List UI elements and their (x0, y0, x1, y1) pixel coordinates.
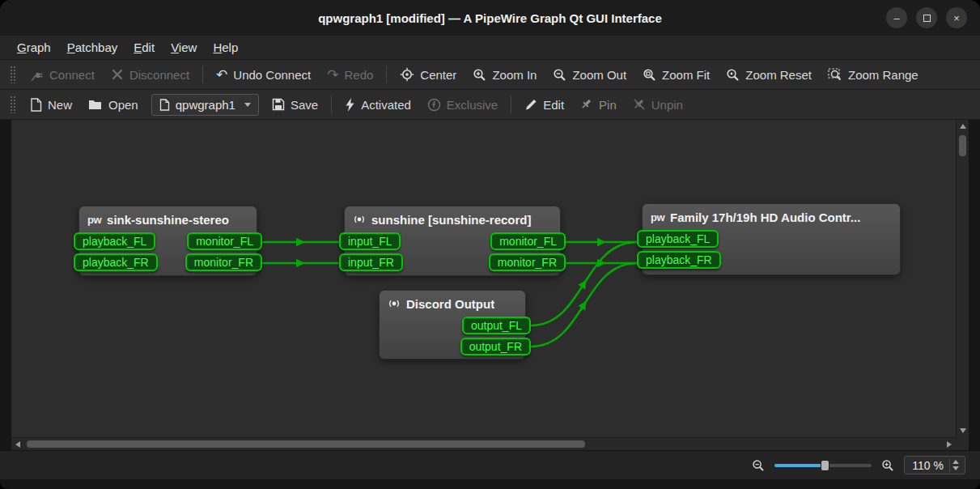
zoom-out-button[interactable]: Zoom Out (545, 64, 634, 86)
activated-toggle[interactable]: Activated (337, 94, 419, 116)
connection-arrow-icon (597, 238, 606, 246)
zoom-fit-button[interactable]: Zoom Fit (634, 64, 718, 86)
zoom-reset-button[interactable]: Zoom Reset (718, 64, 820, 86)
horizontal-scrollbar[interactable] (11, 437, 956, 450)
port-playback-fr[interactable]: playback_FR (74, 253, 158, 271)
port-monitor-fl[interactable]: monitor_FL (187, 232, 262, 250)
port-output-fr[interactable]: output_FR (460, 338, 531, 355)
spinbox-arrows (949, 458, 961, 472)
zoom-reset-icon (726, 68, 740, 82)
port-output-fl[interactable]: output_FL (462, 317, 531, 334)
zoom-in-button[interactable]: Zoom In (465, 64, 545, 86)
node-header[interactable]: pw Family 17h/19h HD Audio Contr... (643, 204, 900, 230)
edit-patchbay-button[interactable]: Edit (516, 94, 572, 116)
maximize-icon (923, 15, 931, 22)
save-icon (272, 98, 285, 111)
minimize-button[interactable]: – (886, 7, 907, 28)
node-title: Family 17h/19h HD Audio Contr... (670, 210, 860, 224)
zoom-slider-fill (774, 464, 825, 467)
zoom-in-small-icon[interactable] (881, 459, 894, 472)
close-button[interactable]: × (946, 7, 967, 28)
open-patchbay-button[interactable]: Open (80, 94, 146, 116)
save-patchbay-button[interactable]: Save (264, 94, 326, 116)
zoom-percent-spinbox[interactable]: 110 % (904, 456, 965, 474)
unpin-icon (633, 98, 646, 111)
pin-label: Pin (599, 98, 617, 112)
exclusive-label: Exclusive (447, 98, 498, 112)
toolbar-separator (331, 96, 332, 113)
record-icon (388, 297, 401, 310)
pin-button[interactable]: Pin (572, 94, 625, 116)
unpin-button[interactable]: Unpin (625, 94, 691, 116)
titlebar[interactable]: qpwgraph1 [modified] — A PipeWire Graph … (0, 0, 980, 36)
port-monitor-fr[interactable]: monitor_FR (489, 253, 566, 271)
activated-label: Activated (361, 98, 411, 112)
redo-icon: ↷ (327, 69, 338, 80)
toolbar-separator (386, 66, 387, 83)
toolbar-separator (511, 96, 511, 113)
node-family-hd-audio-controller[interactable]: pw Family 17h/19h HD Audio Contr... play… (642, 203, 901, 275)
connection-arrow-icon (578, 278, 590, 290)
node-discord-output[interactable]: Discord Output output_FL output_FR (379, 290, 526, 359)
port-playback-fl[interactable]: playback_FL (74, 232, 155, 250)
spin-up-icon[interactable] (952, 460, 959, 464)
node-sunshine-record[interactable]: sunshine [sunshine-record] input_FL inpu… (344, 206, 561, 276)
port-input-fr[interactable]: input_FR (339, 253, 403, 271)
port-input-fl[interactable]: input_FL (339, 232, 401, 250)
menu-graph[interactable]: Graph (10, 38, 58, 57)
node-header[interactable]: pw sink-sunshine-stereo (79, 206, 257, 232)
undo-connect-button[interactable]: ↶ Undo Connect (208, 64, 319, 86)
node-header[interactable]: sunshine [sunshine-record] (345, 206, 560, 232)
port-playback-fl[interactable]: playback_FL (637, 230, 719, 248)
scroll-down-arrow-icon[interactable] (960, 428, 966, 433)
statusbar: 110 % (0, 450, 980, 479)
center-button[interactable]: Center (392, 63, 465, 86)
scroll-right-arrow-icon[interactable] (947, 441, 952, 448)
maximize-button[interactable] (916, 7, 937, 28)
port-playback-fr[interactable]: playback_FR (637, 251, 721, 269)
vertical-scrollbar-thumb[interactable] (959, 135, 966, 156)
toolbar-graph: Connect Disconnect ↶ Undo Connect ↷ Redo… (0, 60, 980, 90)
disconnect-icon (111, 68, 124, 81)
zoom-slider[interactable] (774, 460, 872, 471)
node-title: sunshine [sunshine-record] (371, 213, 532, 227)
pipewire-icon: pw (87, 214, 101, 226)
port-monitor-fl[interactable]: monitor_FL (490, 232, 566, 250)
connect-label: Connect (49, 68, 95, 82)
patchbay-file-combobox[interactable]: qpwgraph1 (151, 94, 259, 116)
scroll-up-arrow-icon[interactable] (960, 124, 966, 129)
horizontal-scrollbar-thumb[interactable] (27, 440, 585, 448)
menu-patchbay[interactable]: Patchbay (60, 38, 125, 57)
menu-view[interactable]: View (163, 38, 204, 57)
zoom-out-small-icon[interactable] (752, 459, 765, 472)
zoom-slider-handle[interactable] (821, 460, 829, 471)
toolbar-grip[interactable] (10, 66, 15, 83)
open-folder-icon (88, 99, 103, 111)
vertical-scrollbar[interactable] (956, 120, 969, 437)
port-monitor-fr[interactable]: monitor_FR (185, 253, 262, 271)
graph-canvas[interactable]: pw sink-sunshine-stereo playback_FL play… (11, 120, 956, 437)
zoom-in-icon (473, 68, 486, 82)
exclusive-toggle[interactable]: Exclusive (419, 94, 506, 116)
new-patchbay-button[interactable]: New (22, 94, 80, 116)
disconnect-button[interactable]: Disconnect (103, 64, 197, 86)
redo-button[interactable]: ↷ Redo (319, 64, 381, 86)
node-header[interactable]: Discord Output (380, 291, 525, 317)
toolbar-grip[interactable] (10, 96, 15, 113)
open-label: Open (108, 98, 138, 112)
zoom-out-icon (553, 68, 566, 82)
edit-label: Edit (543, 98, 564, 112)
edit-pencil-icon (524, 98, 537, 111)
node-sink-sunshine-stereo[interactable]: pw sink-sunshine-stereo playback_FL play… (78, 206, 257, 276)
zoom-range-button[interactable]: Zoom Range (820, 64, 927, 86)
connection-arrow-icon (296, 238, 305, 246)
center-label: Center (420, 68, 456, 82)
menu-edit[interactable]: Edit (126, 38, 162, 57)
scroll-left-arrow-icon[interactable] (15, 441, 20, 448)
toolbar-separator (202, 66, 203, 83)
redo-label: Redo (344, 68, 373, 82)
menubar: Graph Patchbay Edit View Help (0, 36, 980, 60)
menu-help[interactable]: Help (206, 38, 245, 57)
connect-button[interactable]: Connect (22, 64, 103, 86)
spin-down-icon[interactable] (952, 466, 959, 470)
